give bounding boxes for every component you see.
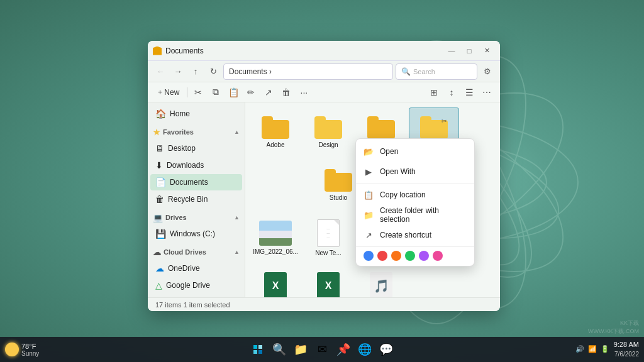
- sort-button[interactable]: ↕: [443, 84, 460, 101]
- documents-icon: 📄: [155, 177, 166, 187]
- battery-icon[interactable]: 🔋: [600, 344, 610, 354]
- edge-taskbar[interactable]: 🌐: [356, 341, 374, 358]
- sidebar-item-windows-c[interactable]: 💾 Windows (C:): [150, 226, 242, 242]
- cloud-section-icon: ☁: [153, 248, 161, 257]
- view-options-button[interactable]: ⋯: [479, 84, 495, 101]
- chat-taskbar[interactable]: 💬: [377, 341, 395, 358]
- chevron-down-icon-drives: ▲: [234, 214, 240, 221]
- paste-button[interactable]: 📋: [225, 84, 242, 101]
- ctx-open-with[interactable]: ▶ Open With: [356, 162, 474, 182]
- close-button[interactable]: ✕: [479, 45, 495, 57]
- search-icon: 🔍: [401, 67, 411, 76]
- color-dot-green[interactable]: [405, 251, 415, 261]
- refresh-button[interactable]: ↻: [206, 64, 221, 79]
- file-item-music[interactable]: 🎵 After L...: [356, 266, 406, 297]
- back-button[interactable]: ←: [153, 64, 168, 79]
- folder-icon-fonts: [367, 116, 395, 139]
- delete-button[interactable]: 🗑: [278, 84, 294, 101]
- sidebar-item-recycle[interactable]: 🗑 Recycle Bin: [150, 191, 242, 207]
- volume-icon[interactable]: 🔊: [575, 344, 585, 354]
- ctx-color-picker: [356, 248, 474, 263]
- desktop-icon: 🖥: [155, 143, 164, 153]
- sidebar-item-desktop[interactable]: 🖥 Desktop: [150, 140, 242, 156]
- svg-rect-15: [253, 350, 257, 354]
- open-icon: 📂: [364, 146, 374, 156]
- start-button[interactable]: [249, 341, 267, 358]
- taskbar-right: 🔊 📶 🔋 9:28 AM 7/6/2022: [575, 340, 639, 358]
- sidebar-item-documents[interactable]: 📄 Documents: [150, 174, 242, 190]
- taskbar: 78°F Sunny 🔍 📁 ✉ 📌 🌐 💬: [0, 337, 644, 362]
- forward-button[interactable]: →: [170, 64, 186, 79]
- sidebar-item-googledrive[interactable]: △ Google Drive: [150, 277, 242, 293]
- folder-icon-studio: [325, 169, 352, 192]
- new-button[interactable]: + New: [153, 84, 184, 101]
- sidebar-item-downloads[interactable]: ⬇ Downloads: [150, 157, 242, 173]
- mail-taskbar[interactable]: ✉: [313, 341, 331, 358]
- window-title: Documents: [165, 47, 440, 55]
- search-taskbar-button[interactable]: 🔍: [270, 341, 288, 358]
- file-item-spreadsheet[interactable]: X Untitled Spreads...: [303, 266, 353, 297]
- share-button[interactable]: ↗: [260, 84, 277, 101]
- ctx-sep-2: [356, 246, 474, 247]
- onedrive-icon: ☁: [155, 263, 164, 273]
- cloud-header: ☁ Cloud Drives ▲: [148, 244, 245, 260]
- file-item-design[interactable]: Design: [303, 107, 353, 158]
- downloads-icon: ⬇: [155, 160, 163, 170]
- recycle-icon: 🗑: [155, 194, 164, 204]
- taskbar-center: 🔍 📁 ✉ 📌 🌐 💬: [249, 341, 395, 358]
- up-button[interactable]: ↑: [188, 64, 203, 79]
- svg-rect-16: [258, 350, 262, 354]
- hdd-icon: 💾: [155, 229, 166, 239]
- pin-taskbar[interactable]: 📌: [335, 341, 352, 358]
- ctx-open[interactable]: 📂 Open: [356, 141, 474, 162]
- view-grid-button[interactable]: ⊞: [426, 84, 442, 101]
- sidebar: 🏠 Home ★ Favorites ▲ 🖥 Desktop ⬇ Downloa…: [148, 102, 245, 297]
- taskbar-left: 78°F Sunny: [5, 343, 39, 357]
- color-dot-orange[interactable]: [391, 251, 401, 261]
- file-item-img3[interactable]: IMG_2022_06...: [250, 213, 301, 263]
- sidebar-item-onedrive[interactable]: ☁ OneDrive: [150, 260, 242, 277]
- color-dot-red[interactable]: [377, 251, 387, 261]
- rename-button[interactable]: ✏: [243, 84, 259, 101]
- more-button[interactable]: ···: [296, 84, 312, 101]
- address-bar[interactable]: Documents ›: [223, 63, 393, 80]
- window-folder-icon: [153, 47, 162, 55]
- home-icon: 🏠: [155, 109, 166, 119]
- chevron-down-icon-cloud: ▲: [234, 249, 240, 255]
- drives-header: 💻 Drives ▲: [148, 210, 245, 225]
- folder-icon-adobe: [262, 116, 289, 139]
- shortcut-icon: ↗: [364, 230, 374, 240]
- ctx-create-folder[interactable]: 📁 Create folder with selection: [356, 205, 474, 225]
- sidebar-item-home[interactable]: 🏠 Home: [150, 106, 242, 122]
- file-item-newtext[interactable]: ─── New Te...: [303, 213, 353, 263]
- file-explorer-taskbar[interactable]: 📁: [292, 341, 309, 358]
- context-menu: 📂 Open ▶ Open With 📋 Copy location 📁 Cre…: [355, 138, 475, 266]
- star-icon: ★: [153, 128, 160, 137]
- maximize-button[interactable]: □: [461, 45, 477, 57]
- ctx-create-shortcut[interactable]: ↗ Create shortcut: [356, 225, 474, 245]
- minimize-button[interactable]: —: [443, 45, 460, 57]
- txt-icon-newtext: ───: [317, 219, 340, 247]
- wifi-icon[interactable]: 📶: [587, 344, 597, 354]
- view-controls: ⊞ ↕ ☰ ⋯: [426, 84, 495, 101]
- command-bar: + New ✂ ⧉ 📋 ✏ ↗ 🗑 ··· ⊞ ↕ ☰ ⋯: [148, 82, 500, 102]
- ctx-sep-1: [356, 183, 474, 184]
- color-dot-pink[interactable]: [433, 251, 443, 261]
- group-button[interactable]: ☰: [461, 84, 477, 101]
- clock[interactable]: 9:28 AM 7/6/2022: [614, 340, 639, 358]
- file-item-focus[interactable]: X Focus Sessions: [250, 266, 301, 297]
- copy-button[interactable]: ⧉: [208, 84, 224, 101]
- favorites-header: ★ Favorites ▲: [148, 124, 245, 140]
- drive-icon: 💻: [153, 213, 163, 222]
- ctx-copy-location[interactable]: 📋 Copy location: [356, 185, 474, 205]
- search-box[interactable]: 🔍 Search: [396, 63, 477, 80]
- color-dot-blue[interactable]: [364, 251, 374, 261]
- weather-widget[interactable]: 78°F Sunny: [5, 343, 39, 357]
- settings-button[interactable]: ⚙: [480, 64, 495, 79]
- color-dot-purple[interactable]: [419, 251, 429, 261]
- copy-location-icon: 📋: [364, 190, 374, 200]
- file-item-adobe[interactable]: Adobe: [250, 107, 301, 158]
- excel-icon-focus: X: [264, 272, 287, 297]
- cut-button[interactable]: ✂: [190, 84, 206, 101]
- music-icon-after: 🎵: [370, 272, 392, 297]
